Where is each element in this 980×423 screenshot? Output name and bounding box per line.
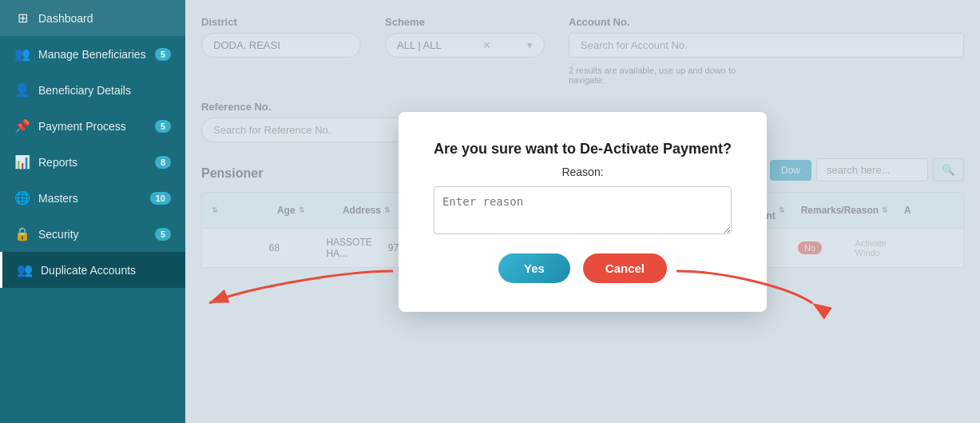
payment-process-icon: 📌 (14, 118, 30, 134)
sidebar-item-label: Reports (38, 156, 77, 169)
sidebar-item-payment-process[interactable]: 📌 Payment Process 5 (0, 108, 185, 144)
modal-title: Are you sure want to De-Activate Payment… (434, 141, 732, 158)
sidebar-item-label: Security (38, 228, 79, 241)
sidebar-item-security[interactable]: 🔒 Security 5 (0, 216, 185, 252)
yes-button[interactable]: Yes (498, 253, 570, 283)
sidebar-item-manage-beneficiaries[interactable]: 👥 Manage Beneficiaries 5 (0, 36, 185, 72)
sidebar-item-beneficiary-details[interactable]: 👤 Beneficiary Details (0, 72, 185, 108)
manage-beneficiaries-badge: 5 (155, 48, 171, 61)
modal-overlay: Are you sure want to De-Activate Payment… (185, 0, 980, 423)
sidebar-item-dashboard[interactable]: ⊞ Dashboard (0, 0, 185, 36)
arrow-right (661, 255, 820, 319)
sidebar-item-label: Manage Beneficiaries (38, 48, 146, 61)
arrow-left (201, 255, 409, 319)
cancel-button[interactable]: Cancel (583, 253, 667, 283)
dashboard-icon: ⊞ (14, 10, 30, 26)
sidebar-item-label: Dashboard (38, 12, 93, 25)
security-badge: 5 (155, 228, 171, 241)
sidebar-item-label: Duplicate Accounts (41, 264, 136, 277)
sidebar-item-label: Payment Process (38, 120, 126, 133)
beneficiary-details-icon: 👤 (14, 82, 30, 98)
reports-icon: 📊 (14, 154, 30, 170)
payment-process-badge: 5 (155, 120, 171, 133)
masters-icon: 🌐 (14, 190, 30, 206)
sidebar-item-duplicate-accounts[interactable]: 👥 Duplicate Accounts (0, 252, 185, 288)
modal-reason-label: Reason: (434, 166, 732, 178)
sidebar-item-reports[interactable]: 📊 Reports 8 (0, 144, 185, 180)
sidebar-item-masters[interactable]: 🌐 Masters 10 (0, 180, 185, 216)
reports-badge: 8 (155, 156, 171, 169)
main-content: District DODA, REASI Scheme ALL | ALL ✕ … (185, 0, 980, 423)
manage-beneficiaries-icon: 👥 (14, 46, 30, 62)
sidebar: ⊞ Dashboard 👥 Manage Beneficiaries 5 👤 B… (0, 0, 185, 423)
masters-badge: 10 (150, 192, 171, 205)
duplicate-accounts-icon: 👥 (17, 262, 33, 277)
reason-textarea[interactable] (434, 186, 732, 234)
sidebar-item-label: Beneficiary Details (38, 84, 131, 97)
sidebar-item-label: Masters (38, 192, 78, 205)
security-icon: 🔒 (14, 226, 30, 241)
